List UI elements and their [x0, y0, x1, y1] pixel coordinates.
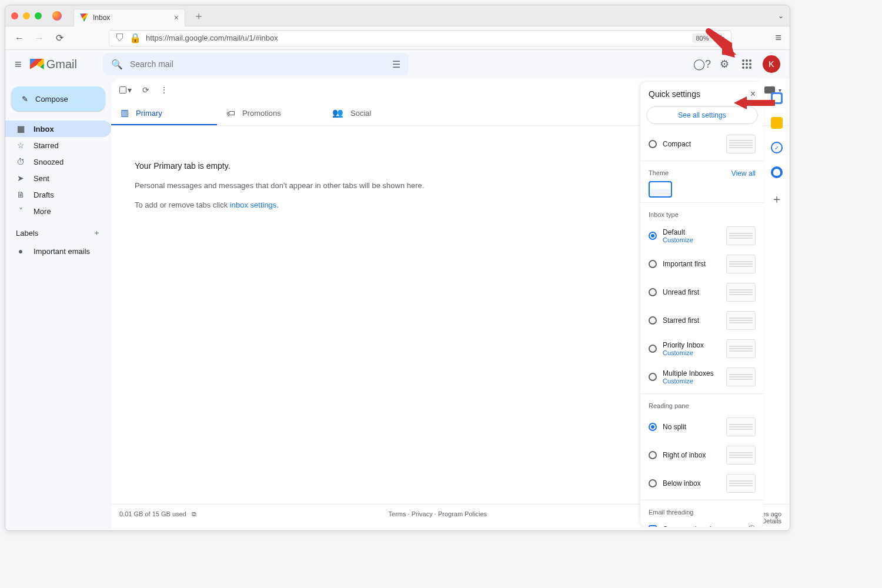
- terms-link[interactable]: Terms: [389, 510, 406, 517]
- nav-label: More: [34, 207, 51, 216]
- nav-icon: ⏱: [16, 157, 25, 166]
- add-addon-icon[interactable]: ＋: [771, 191, 783, 207]
- nav-label: Sent: [34, 174, 49, 183]
- radio-icon: [649, 423, 657, 431]
- label-item[interactable]: ●Important emails: [5, 243, 111, 259]
- storage-used: 0.01 GB of 15 GB used: [119, 510, 186, 517]
- tab-social[interactable]: 👥Social: [323, 102, 429, 125]
- reading-pane-option[interactable]: Below inbox: [640, 469, 764, 497]
- conversation-view-toggle[interactable]: ✓ Conversation view ⓘ: [640, 519, 764, 527]
- more-icon[interactable]: ⋮: [160, 85, 168, 95]
- new-tab-button[interactable]: ＋: [193, 9, 204, 23]
- account-avatar[interactable]: K: [763, 55, 780, 73]
- reading-pane-heading: Reading pane: [649, 402, 689, 409]
- collapse-panel-icon[interactable]: ›: [776, 512, 779, 521]
- browser-tabbar: Inbox × ＋ ⌄: [5, 5, 790, 26]
- view-all-themes[interactable]: View all: [731, 169, 756, 178]
- firefox-icon: [52, 11, 62, 21]
- bookmark-star-icon[interactable]: ★: [717, 32, 725, 44]
- see-all-settings-button[interactable]: See all settings: [646, 106, 758, 124]
- select-checkbox[interactable]: ▾: [119, 85, 132, 95]
- filter-icon[interactable]: ☰: [392, 59, 400, 70]
- gmail-logo[interactable]: Gmail: [30, 58, 77, 71]
- privacy-link[interactable]: Privacy: [412, 510, 433, 517]
- inbox-type-option[interactable]: Starred first: [640, 306, 764, 335]
- inbox-type-option[interactable]: Priority InboxCustomize: [640, 335, 764, 363]
- help-icon[interactable]: ◯?: [696, 58, 709, 71]
- calendar-icon[interactable]: [771, 92, 783, 104]
- radio-icon: [649, 479, 657, 487]
- label-icon: ●: [16, 246, 25, 256]
- sidebar-item-inbox[interactable]: ▦Inbox: [5, 121, 111, 137]
- close-window[interactable]: [11, 12, 18, 19]
- pencil-icon: ✎: [22, 95, 28, 103]
- density-compact-option[interactable]: Compact: [640, 130, 764, 158]
- sidebar-item-starred[interactable]: ☆Starred: [5, 137, 111, 153]
- add-label-icon[interactable]: ＋: [93, 228, 101, 238]
- forward-button[interactable]: →: [34, 32, 45, 44]
- customize-link[interactable]: Customize: [663, 349, 720, 356]
- sidebar: ✎ Compose ▦Inbox☆Starred⏱Snoozed➤Sent🗎Dr…: [5, 78, 111, 530]
- close-settings-icon[interactable]: ×: [750, 89, 756, 99]
- search-input[interactable]: [130, 59, 385, 69]
- inbox-type-option[interactable]: DefaultCustomize: [640, 222, 764, 250]
- zoom-level[interactable]: 80%: [692, 34, 712, 43]
- customize-link[interactable]: Customize: [663, 236, 720, 243]
- nav-label: Drafts: [34, 191, 54, 199]
- minimize-window[interactable]: [23, 12, 30, 19]
- compose-label: Compose: [35, 95, 68, 103]
- contacts-icon[interactable]: [771, 166, 783, 178]
- close-tab-icon[interactable]: ×: [174, 13, 179, 22]
- tasks-icon[interactable]: [771, 142, 783, 153]
- maximize-window[interactable]: [35, 12, 42, 19]
- tabs-dropdown-icon[interactable]: ⌄: [778, 12, 784, 20]
- tab-label: Primary: [136, 109, 162, 118]
- labels-heading: Labels: [16, 229, 38, 238]
- inbox-type-option[interactable]: Unread first: [640, 278, 764, 306]
- browser-menu-icon[interactable]: ≡: [775, 32, 781, 44]
- apps-icon[interactable]: [740, 58, 753, 71]
- inbox-type-option[interactable]: Important first: [640, 250, 764, 278]
- tab-title: Inbox: [93, 14, 169, 22]
- inbox-settings-link[interactable]: inbox settings: [230, 201, 277, 209]
- back-button[interactable]: ←: [14, 32, 25, 44]
- label-text: Important emails: [34, 247, 90, 256]
- gmail-m-icon: [30, 59, 44, 69]
- radio-icon: [649, 140, 657, 148]
- settings-gear-icon[interactable]: ⚙: [718, 58, 731, 71]
- main-menu-icon[interactable]: ≡: [15, 58, 22, 71]
- help-icon[interactable]: ⓘ: [748, 524, 756, 527]
- reload-button[interactable]: ⟳: [54, 32, 65, 44]
- sidebar-item-sent[interactable]: ➤Sent: [5, 170, 111, 186]
- tab-icon: ▥: [121, 108, 129, 118]
- tab-primary[interactable]: ▥Primary: [111, 102, 217, 125]
- compose-button[interactable]: ✎ Compose: [11, 86, 105, 111]
- keep-icon[interactable]: [771, 117, 783, 129]
- open-link-icon[interactable]: ⧉: [192, 510, 196, 517]
- theme-heading: Theme: [649, 169, 669, 178]
- nav-icon: ˅: [16, 206, 25, 216]
- theme-thumb[interactable]: [649, 181, 672, 198]
- qs-title: Quick settings: [649, 89, 700, 99]
- reading-pane-option[interactable]: Right of inbox: [640, 441, 764, 469]
- radio-icon: [649, 451, 657, 459]
- window-controls: [11, 12, 42, 19]
- customize-link[interactable]: Customize: [663, 377, 720, 385]
- inbox-type-option[interactable]: Multiple InboxesCustomize: [640, 363, 764, 391]
- gmail-favicon: [80, 14, 88, 22]
- sidebar-item-snoozed[interactable]: ⏱Snoozed: [5, 153, 111, 170]
- sidebar-item-drafts[interactable]: 🗎Drafts: [5, 186, 111, 203]
- refresh-icon[interactable]: ⟳: [142, 85, 149, 95]
- sidebar-item-more[interactable]: ˅More: [5, 203, 111, 219]
- inbox-type-heading: Inbox type: [649, 211, 679, 218]
- url-text: https://mail.google.com/mail/u/1/#inbox: [146, 34, 687, 42]
- nav-icon: ▦: [16, 124, 25, 133]
- url-box[interactable]: ⛉ 🔒 https://mail.google.com/mail/u/1/#in…: [109, 30, 731, 46]
- browser-tab[interactable]: Inbox ×: [74, 9, 185, 26]
- tab-promotions[interactable]: 🏷Promotions: [217, 102, 323, 125]
- search-icon: 🔍: [111, 59, 123, 70]
- policies-link[interactable]: Program Policies: [438, 510, 487, 517]
- search-bar[interactable]: 🔍 ☰: [103, 53, 409, 75]
- reading-pane-option[interactable]: No split: [640, 413, 764, 441]
- radio-icon: [649, 232, 657, 240]
